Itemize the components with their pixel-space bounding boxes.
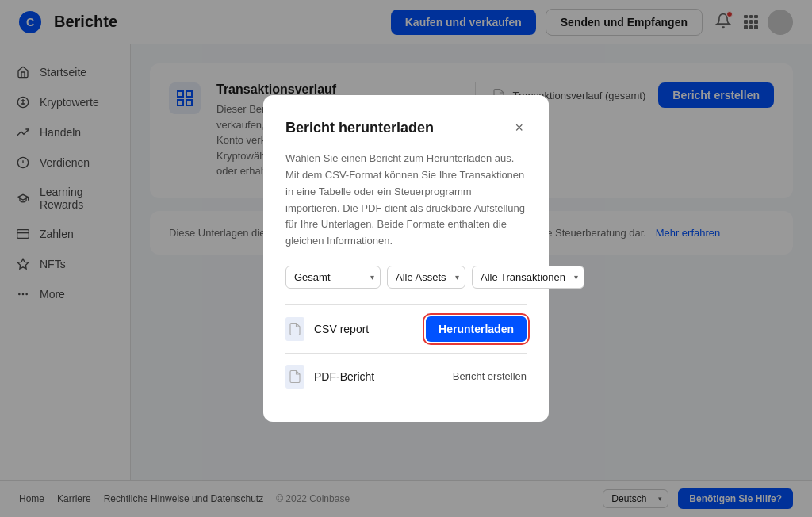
transactions-filter[interactable]: Alle Transaktionen Käufe Verkäufe xyxy=(472,266,584,289)
pdf-report-left: PDF-Bericht xyxy=(285,365,374,389)
csv-report-name: CSV report xyxy=(314,323,369,335)
period-filter[interactable]: Gesamt Letzte 30 Tage Letzte 90 Tage Die… xyxy=(285,266,381,289)
modal-title: Bericht herunterladen xyxy=(285,120,434,136)
csv-report-left: CSV report xyxy=(285,317,369,341)
download-csv-button[interactable]: Herunterladen xyxy=(426,316,527,342)
pdf-report-name: PDF-Bericht xyxy=(314,370,374,383)
period-filter-wrapper: Gesamt Letzte 30 Tage Letzte 90 Tage Die… xyxy=(285,266,381,289)
pdf-file-icon xyxy=(285,365,304,389)
create-pdf-button[interactable]: Bericht erstellen xyxy=(453,370,527,382)
modal-header: Bericht herunterladen × xyxy=(285,117,527,138)
assets-filter-wrapper: Alle Assets Bitcoin Ethereum xyxy=(387,266,465,289)
assets-filter[interactable]: Alle Assets Bitcoin Ethereum xyxy=(387,266,465,289)
pdf-report-item: PDF-Bericht Bericht erstellen xyxy=(285,353,527,400)
modal-close-button[interactable]: × xyxy=(511,117,527,138)
modal: Bericht herunterladen × Wählen Sie einen… xyxy=(263,95,549,422)
transactions-filter-wrapper: Alle Transaktionen Käufe Verkäufe xyxy=(472,266,584,289)
modal-overlay[interactable]: Bericht herunterladen × Wählen Sie einen… xyxy=(0,0,812,517)
csv-report-item: CSV report Herunterladen xyxy=(285,304,527,353)
modal-description: Wählen Sie einen Bericht zum Herunterlad… xyxy=(285,151,527,250)
modal-filters: Gesamt Letzte 30 Tage Letzte 90 Tage Die… xyxy=(285,266,527,289)
csv-file-icon xyxy=(285,317,304,341)
